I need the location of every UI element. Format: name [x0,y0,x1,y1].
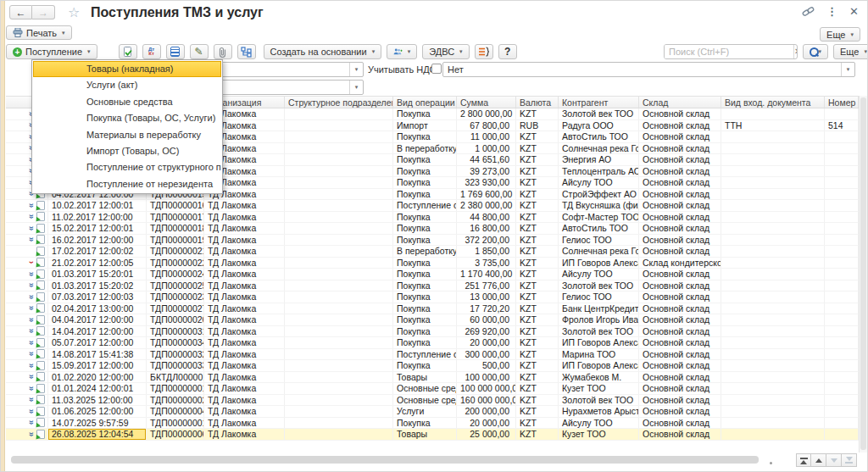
menu-item[interactable]: Материалы в переработку [33,127,221,143]
cell-organization[interactable]: ТД Лакомка [204,292,285,303]
menu-item[interactable]: Товары (накладная) [33,61,221,77]
cell-operation[interactable]: Покупка [393,280,457,292]
cell-sum[interactable]: 17 720,20 [457,303,516,314]
cell-incoming-doc-type[interactable] [721,223,825,234]
cell-operation[interactable]: Импорт [393,120,457,131]
cell-unit[interactable] [285,314,393,325]
cell-number[interactable]: ТДП00000032 [147,349,204,360]
cell-markers[interactable]: « [6,429,48,440]
structure-button[interactable] [237,44,256,59]
menu-item[interactable]: Поступление от нерезидента [33,176,221,192]
cell-warehouse[interactable]: Основной склад [639,235,721,246]
cell-unit[interactable] [285,212,393,223]
cell-number[interactable]: ТДП00000025 [147,280,204,292]
cell-sum[interactable]: 1 850,00 [457,246,516,257]
cell-counterparty[interactable]: Айсулу ТОО [559,418,639,429]
cell-number[interactable]: ТДП00000027 [147,303,204,314]
cell-incoming-doc-number[interactable] [825,349,859,360]
table-row[interactable]: «26.08.2025 12:04:54ТДП00000006ТД Лакомк… [6,429,859,441]
menu-item[interactable]: Импорт (Товары, ОС) [33,143,221,159]
cell-unit[interactable] [285,108,393,119]
table-row[interactable]: «05.07.2017 12:00:00ТДП00000034ТД Лакомк… [6,337,859,349]
counterparty-add-button[interactable]: ▾ [387,44,417,59]
go-previous-button[interactable] [811,453,826,467]
cell-incoming-doc-type[interactable] [721,303,825,314]
cell-incoming-doc-type[interactable] [721,235,825,246]
cell-incoming-doc-type[interactable] [721,292,825,303]
cell-organization[interactable]: ТД Лакомка [204,429,285,440]
post-document-button[interactable] [119,44,137,59]
cell-unit[interactable] [285,280,393,292]
cell-unit[interactable] [285,269,393,280]
cell-warehouse[interactable]: Основной склад [639,212,721,223]
cell-currency[interactable]: KZT [516,326,559,337]
cell-incoming-doc-number[interactable] [825,383,859,394]
cell-incoming-doc-number[interactable]: 514 [825,120,859,131]
cell-organization[interactable]: ТД Лакомка [204,406,285,417]
cell-date[interactable]: 02.04.2017 13:00:00 [48,303,147,314]
cell-number[interactable]: ТДП00000006 [147,429,204,440]
cell-counterparty[interactable]: Золотой век ТОО [559,395,639,406]
cell-incoming-doc-number[interactable] [825,303,859,314]
cell-currency[interactable]: KZT [516,418,559,429]
cell-incoming-doc-number[interactable] [825,200,859,211]
cell-currency[interactable]: KZT [516,212,559,223]
cell-incoming-doc-type[interactable] [721,131,825,142]
cell-warehouse[interactable]: Основной склад [639,246,721,257]
cell-incoming-doc-number[interactable] [825,154,859,165]
cell-operation[interactable]: Покупка [393,337,457,348]
cell-date[interactable]: 15.09.2017 12:00:00 [48,360,147,371]
cell-warehouse[interactable]: Основной склад [639,120,721,131]
cell-markers[interactable]: « [6,303,48,314]
cell-warehouse[interactable]: Основной склад [639,314,721,325]
cell-warehouse[interactable]: Основной склад [639,189,721,200]
cell-date[interactable]: 17.02.2017 12:00:02 [48,246,147,257]
cell-number[interactable]: БКТДЛ000001 [147,372,204,383]
cell-incoming-doc-number[interactable] [825,143,859,154]
cell-sum[interactable]: 11 000,00 [457,131,516,142]
cell-unit[interactable] [285,337,393,348]
cell-unit[interactable] [285,292,393,303]
create-on-basis-button[interactable]: Создать на основании ▾ [264,44,382,59]
cell-date[interactable]: 14.08.2017 15:41:38 [48,349,147,360]
cell-number[interactable]: ТДП00000023 [147,292,204,303]
cell-currency[interactable]: KZT [516,235,559,246]
vat-value-combo[interactable]: Нет ▾ [442,62,855,77]
cell-incoming-doc-number[interactable] [825,292,859,303]
cell-sum[interactable]: 1 769 600,00 [457,189,516,200]
cell-incoming-doc-type[interactable] [721,269,825,280]
cell-number[interactable]: ТДП00000031 [147,326,204,337]
cell-markers[interactable]: « [6,235,48,246]
cell-currency[interactable]: KZT [516,246,559,257]
cell-warehouse[interactable]: Основной склад [639,395,721,406]
cell-incoming-doc-number[interactable] [825,258,859,269]
cell-markers[interactable]: « [6,223,48,234]
cell-incoming-doc-type[interactable] [721,337,825,348]
cell-warehouse[interactable]: Основной склад [639,177,721,188]
cell-currency[interactable]: KZT [516,429,559,440]
cell-currency[interactable]: KZT [516,303,559,314]
cell-operation[interactable]: Покупка [393,303,457,314]
cell-currency[interactable]: KZT [516,292,559,303]
column-header-incoming-doc-number[interactable]: Номер вход. документа [825,97,859,108]
cell-counterparty[interactable]: Айсулу ТОО [559,269,639,280]
cell-markers[interactable]: « [6,292,48,303]
table-row[interactable]: ‹21.02.2017 12:00:05ТДП00000022ТД Лакомк… [6,258,859,269]
cell-unit[interactable] [285,383,393,394]
cell-warehouse[interactable]: Основной склад [639,200,721,211]
print-button[interactable]: Печать ▾ [6,25,72,40]
cell-sum[interactable]: 323 930,00 [457,177,516,188]
cell-date[interactable]: 26.08.2025 12:04:54 [48,429,147,440]
journal-button[interactable] [166,44,185,59]
cell-operation[interactable]: Услуги [393,406,457,417]
cell-organization[interactable]: ТД Лакомка [204,349,285,360]
cell-incoming-doc-type[interactable] [721,177,825,188]
cell-markers[interactable]: « [6,280,48,292]
table-row[interactable]: «01.06.2025 12:00:00ТДП00000004ТД Лакомк… [6,406,859,418]
table-row[interactable]: «14.04.2017 12:00:00ТДП00000031ТД Лакомк… [6,326,859,338]
cell-incoming-doc-type[interactable]: ТТН [721,120,825,131]
cell-unit[interactable] [285,200,393,211]
cell-incoming-doc-type[interactable] [721,314,825,325]
cell-incoming-doc-type[interactable] [721,212,825,223]
help-button[interactable]: ? [498,44,517,59]
